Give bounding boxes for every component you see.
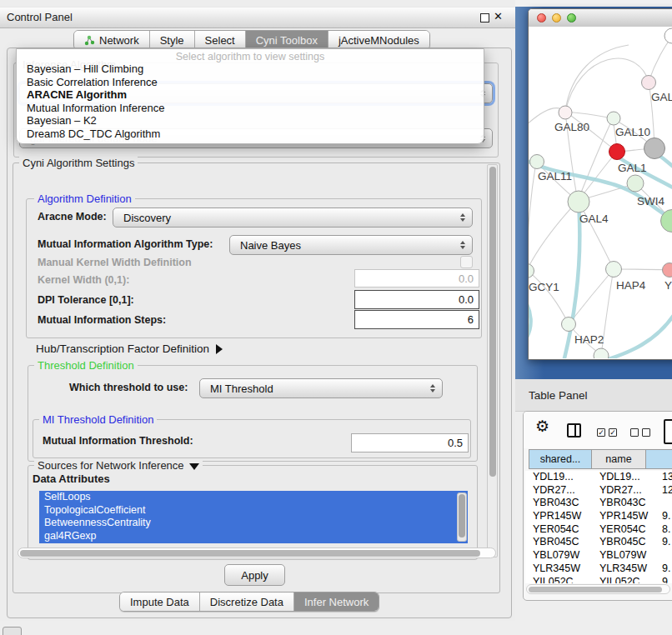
node-salmon[interactable] xyxy=(663,263,672,278)
dropdown-item[interactable]: Bayesian – Hill Climbing xyxy=(17,62,484,76)
table-cell: YER054C xyxy=(525,523,593,537)
document-icon[interactable] xyxy=(664,419,672,444)
tab-select[interactable]: Select xyxy=(194,31,245,49)
table-cell: 9. xyxy=(656,576,670,584)
node-gal80[interactable] xyxy=(559,106,572,119)
table-row[interactable]: YBR043CYBR043C xyxy=(525,497,672,510)
node-label-y: Y xyxy=(664,279,672,292)
node-label-swi4: SWI4 xyxy=(637,195,664,208)
settings-gear-icon[interactable]: ⚙ xyxy=(535,417,549,436)
dpi-tolerance-field[interactable]: 0.0 xyxy=(354,290,479,309)
bottom-tab-bar: Impute DataDiscretize DataInfer Network xyxy=(119,592,379,612)
close-icon[interactable]: ✕ xyxy=(494,10,503,22)
manual-kernel-checkbox[interactable] xyxy=(460,256,473,268)
column-header-name[interactable]: name xyxy=(591,449,646,469)
scrollbar-thumb[interactable] xyxy=(529,587,662,592)
tab-network[interactable]: Network xyxy=(74,31,149,49)
settings-horizontal-scrollbar[interactable] xyxy=(18,548,496,558)
dropdown-item[interactable]: ARACNE Algorithm xyxy=(17,88,484,102)
checked-checkbox-icon[interactable]: ✓ xyxy=(609,428,617,437)
unchecked-checkbox-icon[interactable] xyxy=(630,428,639,437)
dropdown-item[interactable]: Mutual Information Inference xyxy=(17,102,484,115)
dropdown-item[interactable]: Bayesian – K2 xyxy=(17,114,484,128)
tab-label: Network xyxy=(99,34,139,47)
mi-steps-field[interactable]: 6 xyxy=(354,310,479,329)
close-traffic-light-icon[interactable] xyxy=(537,13,546,22)
tab-label: Impute Data xyxy=(130,596,189,608)
aracne-mode-select[interactable]: Discovery xyxy=(113,208,473,228)
attribute-list-item[interactable]: BetweennessCentrality xyxy=(39,517,468,530)
node-gal1-swi4[interactable] xyxy=(627,175,644,192)
node-bottom-partial[interactable] xyxy=(594,348,609,358)
table-cell: 9. xyxy=(656,536,670,549)
scrollbar-thumb[interactable] xyxy=(20,550,480,557)
sources-title-toggle[interactable]: Sources for Network Inference xyxy=(34,459,203,472)
settings-vertical-scrollbar[interactable] xyxy=(487,164,498,558)
node-gal4[interactable] xyxy=(568,191,589,212)
node-gal11[interactable] xyxy=(530,155,544,169)
attribute-list-item[interactable]: gal4RGexp xyxy=(39,530,468,543)
mi-type-select[interactable]: Naive Bayes xyxy=(229,235,473,255)
collapsed-panel-button[interactable] xyxy=(3,627,22,635)
tab-infer-network[interactable]: Infer Network xyxy=(293,592,379,611)
node-label-gcy1: GCY1 xyxy=(529,281,559,293)
tab-label: Infer Network xyxy=(304,596,369,608)
dropdown-item[interactable]: Basic Correlation Inference xyxy=(17,76,484,89)
manual-kernel-label: Manual Kernel Width Definition xyxy=(38,257,192,268)
which-threshold-select[interactable]: MI Threshold xyxy=(199,378,443,398)
node-hap4[interactable] xyxy=(606,262,622,278)
control-panel-titlebar: Control Panel ✕ xyxy=(0,7,515,28)
tab-style[interactable]: Style xyxy=(149,31,194,49)
tab-discretize-data[interactable]: Discretize Data xyxy=(199,592,293,611)
node-label-hap2: HAP2 xyxy=(574,333,604,346)
split-columns-icon[interactable] xyxy=(567,423,581,438)
hub-definition-toggle[interactable]: Hub/Transcription Factor Definition xyxy=(36,342,223,355)
node-red[interactable] xyxy=(609,144,625,160)
node-top-partial[interactable] xyxy=(664,28,672,43)
table-row[interactable]: YER054CYER054C8. xyxy=(525,523,672,537)
tab-label: Select xyxy=(205,34,235,47)
table-rows: YDL19...YDL19...13YDR27...YDR27...12YBR0… xyxy=(525,471,672,583)
column-header-shared[interactable]: shared... xyxy=(529,449,592,469)
network-window: GAL7GAL80GAL10GAL1GAL11SWI4GAL4GCY1HAP4Y… xyxy=(528,8,672,360)
dropdown-placeholder: Select algorithm to view settings xyxy=(17,51,484,62)
attribute-list-item[interactable]: SelfLoops xyxy=(39,491,468,504)
table-cell: YBR045C xyxy=(525,536,593,549)
table-row[interactable]: YBL079WYBL079W xyxy=(525,549,672,562)
column-header-partial[interactable] xyxy=(645,449,672,469)
kernel-width-field[interactable]: 0.0 xyxy=(354,269,479,288)
tab-jactivemnodules[interactable]: jActiveMNodules xyxy=(328,31,429,49)
checked-checkbox-icon[interactable]: ✓ xyxy=(597,428,605,437)
float-panel-icon[interactable] xyxy=(480,13,489,22)
node-gray[interactable] xyxy=(644,138,665,159)
table-row[interactable]: YBR045CYBR045C9. xyxy=(525,536,672,549)
table-cell: YDR27... xyxy=(593,484,656,498)
unchecked-checkbox-icon[interactable] xyxy=(642,428,650,437)
scrollbar-thumb[interactable] xyxy=(459,494,465,538)
network-canvas[interactable]: GAL7GAL80GAL10GAL1GAL11SWI4GAL4GCY1HAP4Y… xyxy=(529,27,672,358)
tab-impute-data[interactable]: Impute Data xyxy=(120,592,199,611)
data-attributes-label: Data Attributes xyxy=(33,472,110,485)
tab-cyni-toolbox[interactable]: Cyni Toolbox xyxy=(245,31,328,49)
table-row[interactable]: YDR27...YDR27...12 xyxy=(525,484,672,498)
table-row[interactable]: YIL052CYIL052C9. xyxy=(525,576,672,584)
table-cell: YDL19... xyxy=(593,471,656,484)
tab-label: Cyni Toolbox xyxy=(256,34,318,47)
node-hap2[interactable] xyxy=(562,318,576,332)
apply-button[interactable]: Apply xyxy=(224,564,285,586)
dropdown-item[interactable]: Dream8 DC_TDC Algorithm xyxy=(17,128,484,141)
attributes-scrollbar[interactable] xyxy=(457,492,467,542)
table-cell: YBL079W xyxy=(525,549,593,562)
table-row[interactable]: YDL19...YDL19...13 xyxy=(525,471,672,484)
mi-threshold-field[interactable]: 0.5 xyxy=(351,433,469,452)
node-gal7[interactable] xyxy=(642,76,656,90)
zoom-traffic-light-icon[interactable] xyxy=(567,13,576,22)
node-gal10[interactable] xyxy=(607,112,620,125)
attribute-list-item[interactable]: TopologicalCoefficient xyxy=(39,504,468,518)
table-row[interactable]: YLR345WYLR345W9. xyxy=(525,562,672,576)
scrollbar-thumb[interactable] xyxy=(489,167,496,477)
minimize-traffic-light-icon[interactable] xyxy=(552,13,561,22)
table-row[interactable]: YPR145WYPR145W9. xyxy=(525,510,672,523)
network-window-titlebar[interactable] xyxy=(529,9,672,28)
table-horizontal-scrollbar[interactable] xyxy=(526,584,670,594)
